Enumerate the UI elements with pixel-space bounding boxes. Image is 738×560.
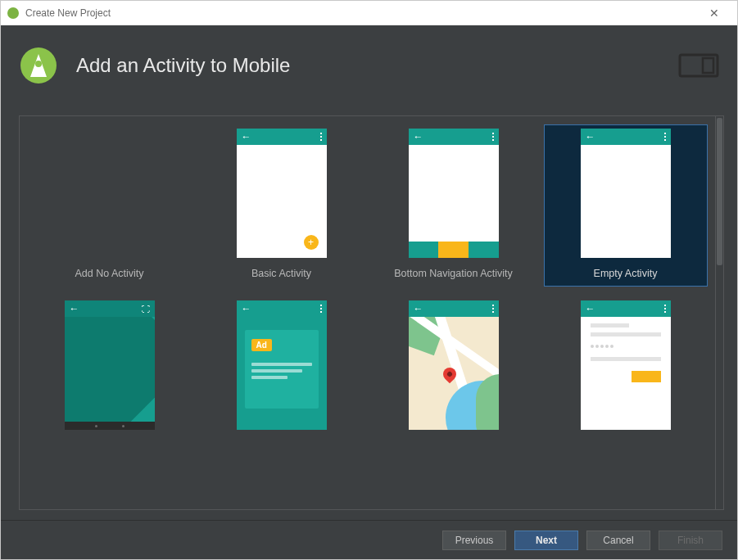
back-arrow-icon: ← (242, 132, 251, 142)
ad-badge: Ad (251, 339, 272, 351)
template-thumb: ← (581, 300, 671, 430)
more-icon (320, 133, 322, 141)
template-bottom-navigation-activity[interactable]: ← Bottom Navigation Activity (372, 124, 536, 287)
bottom-nav-icon (409, 242, 499, 258)
template-gallery-frame: Add No Activity ← + Basic Activity (19, 115, 724, 510)
back-arrow-icon: ← (414, 304, 423, 314)
wizard-footer: Previous Next Cancel Finish (1, 520, 737, 559)
template-empty-activity[interactable]: ← Empty Activity (544, 124, 708, 287)
back-arrow-icon: ← (586, 304, 595, 314)
template-label: Empty Activity (594, 268, 658, 282)
svg-rect-3 (703, 58, 713, 73)
template-fullscreen-activity[interactable]: ← ⛶ (28, 296, 192, 458)
android-studio-icon (7, 7, 19, 19)
finish-button: Finish (659, 531, 722, 550)
template-label: Add No Activity (75, 268, 143, 282)
previous-button[interactable]: Previous (442, 531, 506, 550)
template-thumb: ← ⛶ (65, 300, 155, 430)
template-thumb: ← + (237, 129, 327, 258)
template-thumb: ← (409, 129, 499, 258)
template-label: Basic Activity (251, 268, 311, 282)
back-arrow-icon: ← (414, 132, 423, 142)
template-thumb: ← (581, 129, 671, 258)
window-title: Create New Project (25, 7, 111, 19)
template-gallery: Add No Activity ← + Basic Activity (20, 116, 715, 509)
template-thumb: ← Ad (237, 300, 327, 430)
back-arrow-icon: ← (242, 304, 251, 314)
template-google-maps-activity[interactable]: ← (372, 296, 536, 458)
more-icon (664, 133, 666, 141)
template-thumb: ← (409, 300, 499, 430)
fab-icon: + (304, 235, 319, 250)
cancel-button[interactable]: Cancel (586, 531, 650, 550)
more-icon (320, 305, 322, 313)
more-icon (492, 133, 494, 141)
back-arrow-icon: ← (586, 132, 595, 142)
close-icon[interactable]: ✕ (698, 1, 731, 25)
template-label: Bottom Navigation Activity (394, 268, 513, 282)
mobile-device-icon (678, 53, 719, 78)
more-icon (664, 305, 666, 313)
wizard-header: Add an Activity to Mobile (1, 25, 737, 106)
template-add-no-activity[interactable]: Add No Activity (28, 124, 192, 287)
content-area: Add No Activity ← + Basic Activity (1, 106, 737, 520)
more-icon (492, 305, 494, 313)
back-arrow-icon: ← (70, 303, 79, 314)
scrollbar-thumb[interactable] (717, 118, 722, 265)
next-button[interactable]: Next (514, 531, 578, 550)
fullscreen-icon: ⛶ (142, 305, 150, 314)
dialog-window: Create New Project ✕ Add an Activity to … (0, 0, 738, 560)
template-login-activity[interactable]: ← (544, 296, 708, 458)
template-admob-ads-activity[interactable]: ← Ad (200, 296, 364, 458)
svg-point-1 (35, 61, 42, 67)
titlebar: Create New Project ✕ (1, 1, 737, 25)
template-basic-activity[interactable]: ← + Basic Activity (200, 124, 364, 287)
android-studio-logo-icon (19, 46, 58, 85)
login-button-icon (632, 371, 661, 382)
template-thumb (65, 129, 155, 258)
page-title: Add an Activity to Mobile (76, 54, 678, 77)
gallery-scrollbar[interactable] (715, 116, 723, 509)
